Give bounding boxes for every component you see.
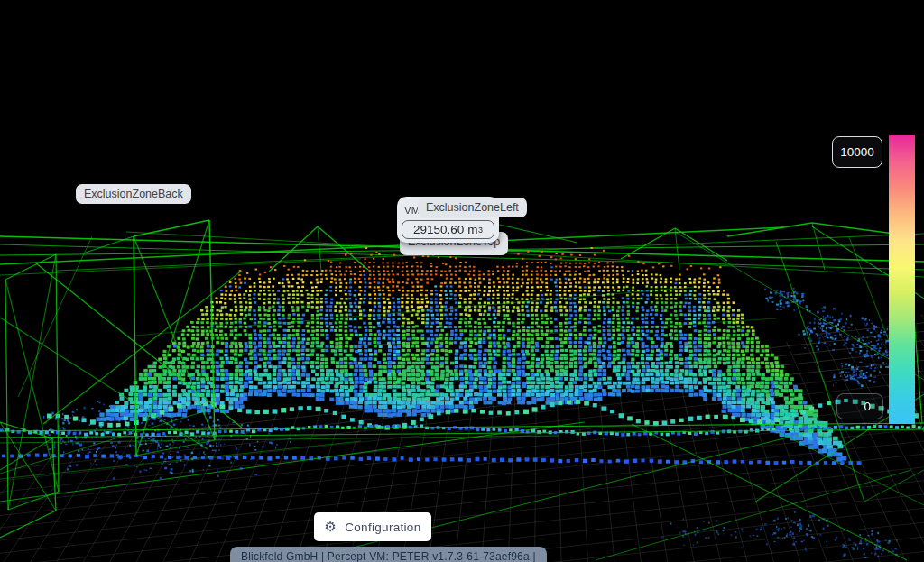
configuration-button[interactable]: ⚙ Configuration [314, 512, 431, 541]
pointcloud-3d-viewport[interactable] [0, 0, 924, 562]
exclusion-zone-back-label: ExclusionZoneBack [76, 184, 191, 204]
configuration-button-label: Configuration [345, 521, 420, 534]
exclusion-zone-left-label: ExclusionZoneLeft [418, 198, 527, 217]
colorbar-max-input[interactable]: 10000 [832, 136, 882, 168]
colorbar-min-input[interactable]: 0 [836, 393, 883, 419]
volume-value: 29150.60 [413, 223, 464, 236]
height-colorbar [889, 135, 915, 424]
gear-icon: ⚙ [325, 521, 337, 534]
volume-value-box: 29150.60m3 [402, 220, 494, 239]
volume-unit: m [467, 223, 477, 236]
percept-app-window: ExclusionZoneBack ExclusionZoneTop VM 29… [0, 0, 924, 562]
status-footer: Blickfeld GmbH | Percept VM: PETER v1.7.… [230, 547, 547, 562]
